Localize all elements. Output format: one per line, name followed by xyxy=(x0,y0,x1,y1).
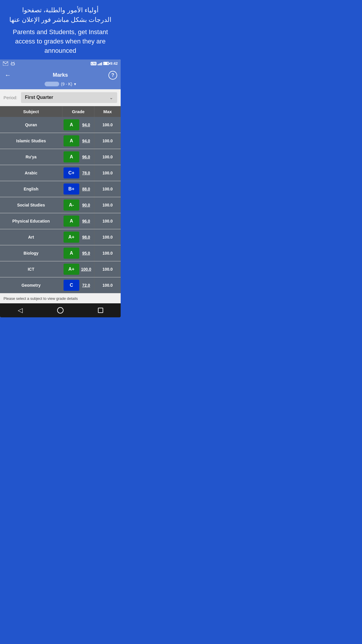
phone-frame: LTE 9:42 ← Marks ? (9 - K) ▾ Period xyxy=(0,60,121,317)
table-row[interactable]: Ru'yaA96.0100.0 xyxy=(0,149,121,165)
grade-badge: C+ xyxy=(64,167,79,178)
time-display: 9:42 xyxy=(110,61,118,66)
header-max: Max xyxy=(94,106,121,117)
home-circle-icon xyxy=(57,307,64,314)
status-icons-left xyxy=(3,61,15,66)
grade-cell: A95.0 xyxy=(62,245,94,261)
grade-cell: A94.0 xyxy=(62,133,94,149)
signal-bar-3 xyxy=(100,63,101,65)
grade-cell: A94.0 xyxy=(62,117,94,133)
grade-badge: B+ xyxy=(64,183,79,195)
max-cell: 100.0 xyxy=(94,117,121,133)
subject-cell: Islamic Studies xyxy=(0,133,62,149)
status-right: LTE 9:42 xyxy=(91,61,118,66)
grades-table: Subject Grade Max QuranA94.0100.0Islamic… xyxy=(0,106,121,293)
score-value: 88.0 xyxy=(79,187,93,191)
grade-badge: A+ xyxy=(64,232,79,243)
grade-badge: A xyxy=(64,119,79,130)
bottom-bar: Please select a subject to view grade de… xyxy=(0,293,121,303)
back-button[interactable]: ← xyxy=(3,70,12,80)
score-value: 96.0 xyxy=(79,155,93,159)
app-bar-title: Marks xyxy=(53,72,68,78)
max-cell: 100.0 xyxy=(94,165,121,181)
max-cell: 100.0 xyxy=(94,261,121,277)
promo-section: أولياء الأمور والطلبة، تصفحوا الدرجات بش… xyxy=(0,0,121,60)
grade-cell: A96.0 xyxy=(62,213,94,229)
student-selector[interactable]: (9 - K) ▾ xyxy=(3,82,117,86)
subject-cell: Art xyxy=(0,229,62,245)
grade-badge: A- xyxy=(64,200,79,211)
table-row[interactable]: GeometryC72.0100.0 xyxy=(0,277,121,293)
max-cell: 100.0 xyxy=(94,133,121,149)
battery-fill xyxy=(104,62,108,64)
period-value: First Quarter xyxy=(25,95,53,100)
svg-rect-3 xyxy=(11,63,15,65)
student-avatar xyxy=(45,82,59,86)
grade-cell: A-90.0 xyxy=(62,197,94,213)
signal-bar-1 xyxy=(98,64,99,65)
signal-bars xyxy=(98,62,102,65)
table-row[interactable]: EnglishB+88.0100.0 xyxy=(0,181,121,197)
max-cell: 100.0 xyxy=(94,245,121,261)
table-body: QuranA94.0100.0Islamic StudiesA94.0100.0… xyxy=(0,117,121,293)
score-value: 94.0 xyxy=(79,123,93,127)
app-bar-title-row: ← Marks ? xyxy=(3,70,117,80)
grade-badge: A xyxy=(64,151,79,162)
table-row[interactable]: Physical EducationA96.0100.0 xyxy=(0,213,121,229)
table-row[interactable]: ArtA+98.0100.0 xyxy=(0,229,121,245)
bottom-hint: Please select a subject to view grade de… xyxy=(3,296,78,301)
table-row[interactable]: Social StudiesA-90.0100.0 xyxy=(0,197,121,213)
status-bar: LTE 9:42 xyxy=(0,60,121,68)
period-caret-icon: ⌄ xyxy=(109,95,113,100)
app-bar: ← Marks ? (9 - K) ▾ xyxy=(0,68,121,89)
grade-badge: A+ xyxy=(64,264,79,275)
grade-cell: C+78.0 xyxy=(62,165,94,181)
score-value: 72.0 xyxy=(79,283,93,288)
svg-line-5 xyxy=(14,62,14,62)
table-row[interactable]: BiologyA95.0100.0 xyxy=(0,245,121,261)
max-cell: 100.0 xyxy=(94,181,121,197)
lte-badge: LTE xyxy=(91,62,96,65)
signal-bar-4 xyxy=(101,62,102,65)
nav-bar: ◁ xyxy=(0,303,121,317)
grade-cell: B+88.0 xyxy=(62,181,94,197)
score-value: 90.0 xyxy=(79,203,93,207)
nav-home-button[interactable] xyxy=(54,306,67,315)
student-name: (9 - K) xyxy=(61,82,72,86)
grade-cell: C72.0 xyxy=(62,277,94,293)
english-promo: Parents and Students, get Instant access… xyxy=(6,27,115,55)
subject-cell: Arabic xyxy=(0,165,62,181)
grade-badge: A xyxy=(64,248,79,259)
grade-badge: A xyxy=(64,216,79,227)
subject-cell: Geometry xyxy=(0,277,62,293)
header-subject: Subject xyxy=(0,106,62,117)
subject-cell: ICT xyxy=(0,261,62,277)
max-cell: 100.0 xyxy=(94,229,121,245)
table-row[interactable]: ICTA+100.0100.0 xyxy=(0,261,121,277)
android-icon xyxy=(10,61,15,66)
table-row[interactable]: ArabicC+78.0100.0 xyxy=(0,165,121,181)
period-select[interactable]: First Quarter ⌄ xyxy=(21,92,117,103)
table-row[interactable]: QuranA94.0100.0 xyxy=(0,117,121,133)
subject-cell: Social Studies xyxy=(0,197,62,213)
subject-cell: Quran xyxy=(0,117,62,133)
period-section: Period: First Quarter ⌄ xyxy=(0,89,121,106)
recents-square-icon xyxy=(98,308,103,313)
help-button[interactable]: ? xyxy=(108,71,117,80)
subject-cell: Ru'ya xyxy=(0,149,62,165)
grade-cell: A+98.0 xyxy=(62,229,94,245)
score-value: 96.0 xyxy=(79,219,93,223)
max-cell: 100.0 xyxy=(94,149,121,165)
table-row[interactable]: Islamic StudiesA94.0100.0 xyxy=(0,133,121,149)
max-cell: 100.0 xyxy=(94,277,121,293)
subject-cell: English xyxy=(0,181,62,197)
grade-badge: A xyxy=(64,135,79,146)
nav-back-button[interactable]: ◁ xyxy=(14,306,27,315)
nav-recents-button[interactable] xyxy=(94,306,107,315)
svg-line-4 xyxy=(11,62,12,62)
signal-bar-2 xyxy=(99,64,100,65)
max-cell: 100.0 xyxy=(94,197,121,213)
battery-icon xyxy=(103,62,109,65)
student-dropdown-arrow[interactable]: ▾ xyxy=(74,82,76,86)
grade-cell: A+100.0 xyxy=(62,261,94,277)
